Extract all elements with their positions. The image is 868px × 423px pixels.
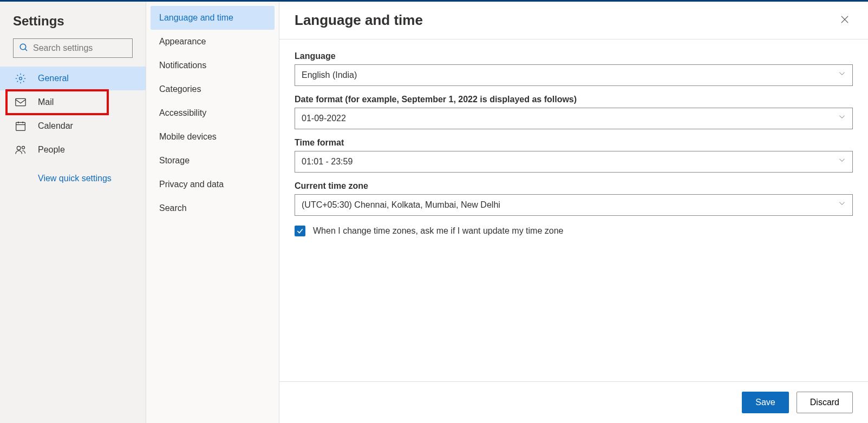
subnav-storage[interactable]: Storage bbox=[151, 149, 275, 173]
mail-icon bbox=[15, 98, 28, 107]
date-format-field: Date format (for example, September 1, 2… bbox=[295, 95, 853, 129]
svg-point-0 bbox=[20, 44, 26, 50]
check-icon bbox=[296, 227, 304, 235]
timezone-ask-checkbox[interactable] bbox=[295, 226, 305, 236]
subnav-label: Mobile devices bbox=[159, 132, 217, 142]
subnav-label: Privacy and data bbox=[159, 180, 224, 189]
calendar-icon bbox=[15, 121, 28, 131]
sidebar-item-calendar[interactable]: Calendar bbox=[0, 114, 146, 138]
language-value: English (India) bbox=[302, 70, 357, 80]
subnav-label: Search bbox=[159, 203, 187, 213]
subnav-notifications[interactable]: Notifications bbox=[151, 54, 275, 77]
save-button[interactable]: Save bbox=[742, 392, 788, 413]
settings-detail-panel: Language and time Language English (Indi… bbox=[279, 2, 868, 423]
subnav-label: Storage bbox=[159, 156, 190, 166]
svg-line-1 bbox=[25, 49, 27, 51]
chevron-down-icon bbox=[838, 70, 846, 80]
people-icon bbox=[15, 145, 28, 155]
language-select[interactable]: English (India) bbox=[295, 64, 853, 86]
sidebar-item-people[interactable]: People bbox=[0, 138, 146, 162]
detail-footer: Save Discard bbox=[279, 381, 868, 423]
subnav-language-and-time[interactable]: Language and time bbox=[151, 6, 275, 30]
timezone-label: Current time zone bbox=[295, 181, 853, 191]
subnav-privacy-and-data[interactable]: Privacy and data bbox=[151, 173, 275, 196]
sidebar-item-general[interactable]: General bbox=[0, 67, 146, 90]
svg-point-14 bbox=[17, 146, 21, 150]
subnav-mobile-devices[interactable]: Mobile devices bbox=[151, 125, 275, 149]
svg-point-15 bbox=[22, 146, 25, 149]
subnav-label: Language and time bbox=[159, 13, 233, 23]
timezone-value: (UTC+05:30) Chennai, Kolkata, Mumbai, Ne… bbox=[302, 200, 500, 210]
svg-rect-3 bbox=[16, 98, 25, 105]
time-format-field: Time format 01:01 - 23:59 bbox=[295, 138, 853, 173]
time-format-select[interactable]: 01:01 - 23:59 bbox=[295, 151, 853, 173]
subnav-accessibility[interactable]: Accessibility bbox=[151, 101, 275, 125]
search-settings-box[interactable] bbox=[13, 38, 133, 58]
detail-header: Language and time bbox=[279, 2, 868, 39]
subnav-label: Accessibility bbox=[159, 108, 206, 118]
close-icon bbox=[840, 15, 850, 24]
language-field: Language English (India) bbox=[295, 51, 853, 86]
subnav-label: Appearance bbox=[159, 37, 206, 47]
sidebar-item-mail[interactable]: Mail bbox=[0, 90, 146, 114]
time-format-label: Time format bbox=[295, 138, 853, 148]
search-input[interactable] bbox=[33, 43, 127, 53]
sidebar-item-label: General bbox=[38, 74, 69, 83]
date-format-value: 01-09-2022 bbox=[302, 114, 346, 123]
timezone-select[interactable]: (UTC+05:30) Chennai, Kolkata, Mumbai, Ne… bbox=[295, 194, 853, 216]
subnav-categories[interactable]: Categories bbox=[151, 77, 275, 101]
discard-button[interactable]: Discard bbox=[797, 392, 853, 413]
subnav-search[interactable]: Search bbox=[151, 196, 275, 220]
sidebar-item-label: Mail bbox=[38, 97, 54, 107]
time-format-value: 01:01 - 23:59 bbox=[302, 157, 353, 167]
svg-point-2 bbox=[19, 77, 22, 80]
date-format-select[interactable]: 01-09-2022 bbox=[295, 108, 853, 129]
general-subnav: Language and time Appearance Notificatio… bbox=[146, 2, 279, 423]
sidebar-item-label: Calendar bbox=[38, 121, 73, 131]
language-label: Language bbox=[295, 51, 853, 61]
gear-icon bbox=[15, 73, 28, 84]
page-title: Language and time bbox=[295, 12, 423, 29]
timezone-field: Current time zone (UTC+05:30) Chennai, K… bbox=[295, 181, 853, 216]
timezone-ask-label: When I change time zones, ask me if I wa… bbox=[313, 226, 563, 236]
svg-rect-4 bbox=[16, 122, 25, 130]
close-button[interactable] bbox=[837, 11, 853, 29]
subnav-appearance[interactable]: Appearance bbox=[151, 30, 275, 54]
view-quick-settings-link[interactable]: View quick settings bbox=[0, 162, 146, 183]
sidebar-item-label: People bbox=[38, 145, 65, 155]
search-icon bbox=[19, 43, 29, 54]
date-format-label: Date format (for example, September 1, 2… bbox=[295, 95, 853, 104]
subnav-label: Notifications bbox=[159, 61, 206, 70]
timezone-ask-row: When I change time zones, ask me if I wa… bbox=[295, 226, 853, 236]
chevron-down-icon bbox=[838, 113, 846, 123]
settings-sidebar: Settings General Mail Calendar bbox=[0, 2, 146, 423]
subnav-label: Categories bbox=[159, 84, 201, 94]
settings-title: Settings bbox=[0, 14, 146, 38]
chevron-down-icon bbox=[838, 156, 846, 166]
chevron-down-icon bbox=[838, 200, 846, 209]
